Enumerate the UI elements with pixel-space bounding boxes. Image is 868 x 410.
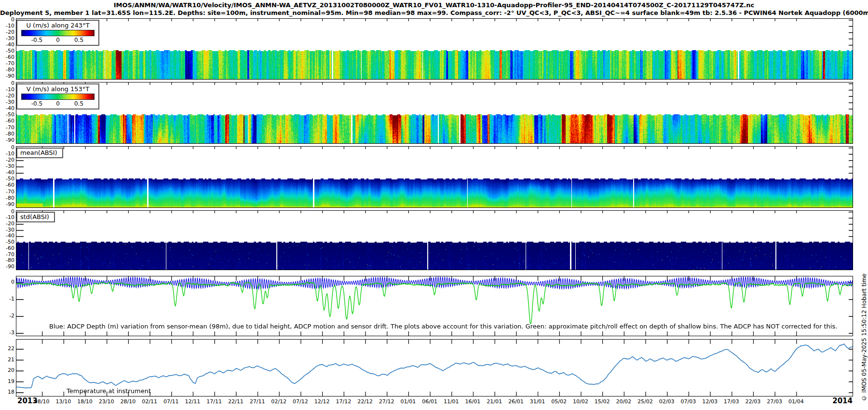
figure-subtitle-deployment: Deployment 5, member 1 lat=31.65S lon=11…: [0, 9, 868, 16]
y-tick-label: -70: [0, 125, 14, 131]
y-tick-label: -80: [0, 195, 14, 201]
y-tick-label: -80: [0, 131, 14, 137]
x-tick-label: 28/10: [121, 398, 136, 405]
y-tick-label: 0: [0, 209, 14, 215]
y-tick-label: -3: [0, 330, 14, 336]
x-tick-label: 08/10: [34, 398, 50, 405]
x-tick-label: 22/03: [746, 398, 761, 405]
y-tick-label: -80: [0, 258, 14, 263]
colorbar-tick-label: -0.5: [31, 100, 42, 107]
x-tick-label: 17/03: [724, 398, 739, 405]
x-tick-label: 26/01: [508, 398, 524, 405]
panel-temperature: Temperature at instrument: [16, 339, 853, 396]
y-tick-label: -50: [0, 112, 14, 118]
colorbar-tick-label: 0: [56, 37, 60, 43]
x-tick-label: 31/01: [530, 398, 545, 405]
y-tick-label: -40: [0, 233, 14, 239]
y-tick-label: -90: [0, 202, 14, 207]
imos-watermark: © IMOS 05-May-2025 15:50:12 Hobart time: [861, 273, 868, 401]
x-tick-label: 02/12: [271, 398, 286, 405]
y-tick-label: -20: [0, 93, 14, 99]
y-tick-label: -40: [0, 42, 14, 48]
y-tick-label: -30: [0, 99, 14, 105]
x-tick-label: 25/02: [637, 398, 653, 405]
y-tick-label: -60: [0, 246, 14, 251]
x-tick-label: 01/01: [401, 398, 416, 405]
colorbar-tick-label: 0.5: [74, 100, 83, 107]
panel-depth-variation: Blue: ADCP Depth (m) variation from sens…: [16, 276, 853, 336]
y-tick-label: -40: [0, 170, 14, 176]
panel-u-velocity: U (m/s) along 243°T -0.5 0 0.5: [16, 18, 853, 80]
y-tick-label: -60: [0, 55, 14, 60]
x-tick-label: 21/01: [487, 398, 502, 405]
y-tick-label: 0: [0, 279, 14, 285]
u-velocity-heatmap-canvas: [16, 19, 853, 79]
panel-mean-absi: mean(ABSI): [16, 146, 853, 208]
x-tick-label: 02/11: [142, 398, 157, 405]
std-absi-label-box: std(ABSI): [16, 212, 55, 222]
y-tick-label: 19: [0, 379, 14, 384]
x-tick-label: 22/12: [357, 398, 373, 405]
x-tick-label: 12/12: [314, 398, 330, 405]
y-tick-label: -30: [0, 164, 14, 169]
y-tick-label: -10: [0, 151, 14, 157]
x-tick-label: 15/02: [595, 398, 610, 405]
y-tick-label: 20: [0, 368, 14, 373]
y-tick-label: -30: [0, 227, 14, 233]
x-tick-label: 01/04: [788, 398, 804, 405]
y-tick-label: -2: [0, 313, 14, 319]
legend-u-title: U (m/s) along 243°T: [21, 22, 95, 30]
y-tick-label: 18: [0, 389, 14, 395]
x-tick-label: 12/03: [702, 398, 718, 405]
x-axis-end-year: 2014: [832, 396, 853, 405]
y-tick-label: -90: [0, 73, 14, 79]
x-tick-label: 17/11: [206, 398, 222, 405]
u-colorbar-ticks: -0.5 0 0.5: [22, 36, 94, 43]
y-tick-label: 0: [0, 17, 14, 23]
y-tick-label: -80: [0, 67, 14, 73]
legend-u-velocity: U (m/s) along 243°T -0.5 0 0.5: [16, 20, 99, 46]
legend-v-title: V (m/s) along 153°T: [21, 85, 95, 94]
x-tick-label: 12/11: [185, 398, 201, 405]
depth-variation-annotation: Blue: ADCP Depth (m) variation from sens…: [49, 323, 837, 330]
y-tick-label: -70: [0, 189, 14, 195]
x-tick-label: 06/01: [422, 398, 437, 405]
y-tick-label: -20: [0, 157, 14, 163]
x-tick-label: 17/12: [336, 398, 351, 405]
y-tick-label: -50: [0, 239, 14, 245]
temperature-annotation: Temperature at instrument: [67, 387, 151, 395]
mean-absi-heatmap-canvas: [16, 147, 853, 207]
y-tick-label: -70: [0, 252, 14, 258]
x-tick-label: 07/12: [293, 398, 308, 405]
x-tick-label: 07/11: [163, 398, 179, 405]
x-tick-label: 27/03: [767, 398, 782, 405]
y-tick-label: -50: [0, 176, 14, 182]
x-tick-label: 18/10: [77, 398, 93, 405]
y-tick-label: -40: [0, 106, 14, 111]
x-tick-label: 05/02: [551, 398, 567, 405]
v-velocity-heatmap-canvas: [16, 82, 853, 143]
colorbar-tick-label: -0.5: [31, 37, 42, 43]
y-tick-label: -20: [0, 221, 14, 227]
y-tick-label: -1: [0, 296, 14, 302]
y-tick-label: -20: [0, 29, 14, 35]
panel-v-velocity: V (m/s) along 153°T -0.5 0 0.5: [16, 82, 853, 144]
x-tick-label: 20/02: [616, 398, 631, 405]
mean-absi-label-box: mean(ABSI): [16, 148, 63, 158]
y-tick-label: -90: [0, 264, 14, 270]
y-tick-label: -60: [0, 182, 14, 188]
x-tick-label: 11/01: [444, 398, 459, 405]
x-tick-label: 27/12: [379, 398, 394, 405]
y-tick-label: -90: [0, 137, 14, 143]
x-tick-label: 16/01: [465, 398, 481, 405]
u-colorbar: [21, 30, 95, 36]
figure-title-filename: IMOS/ANMN/WA/WATR10/Velocity/IMOS_ANMN-W…: [0, 1, 868, 9]
v-colorbar: [21, 94, 95, 100]
std-absi-heatmap-canvas: [16, 211, 853, 270]
x-tick-label: 27/11: [250, 398, 265, 405]
colorbar-tick-label: 0.5: [74, 37, 83, 43]
y-tick-label: 21: [0, 357, 14, 363]
y-tick-label: -30: [0, 36, 14, 41]
figure-root: IMOS/ANMN/WA/WATR10/Velocity/IMOS_ANMN-W…: [0, 0, 868, 410]
x-tick-label: 13/10: [55, 398, 71, 405]
